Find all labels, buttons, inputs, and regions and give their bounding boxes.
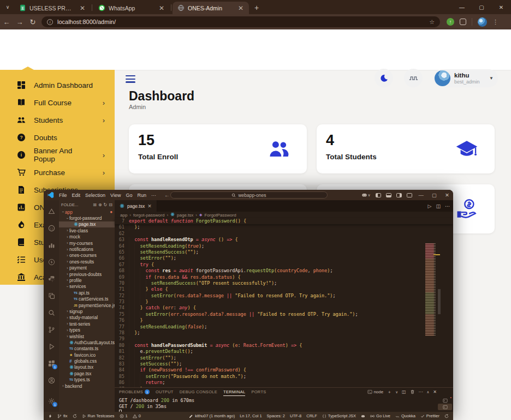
toggle-panel-icon[interactable] bbox=[386, 193, 391, 197]
tree-item-test-series[interactable]: ›test-series bbox=[59, 321, 115, 327]
breadcrumb[interactable]: app›forgot-password›page.tsx›◈ForgotPass… bbox=[115, 212, 453, 218]
vscode-minimize-button[interactable]: — bbox=[417, 192, 426, 198]
back-button[interactable]: ← bbox=[0, 18, 13, 26]
tree-item-previous-doubts[interactable]: ›previous-doubts bbox=[59, 271, 115, 277]
editor-tab-page-tsx[interactable]: page.tsx ✕ bbox=[115, 200, 157, 212]
status-item-crlf[interactable]: CRLF bbox=[306, 413, 317, 418]
menu-toggle-icon[interactable] bbox=[126, 75, 135, 85]
activity-toggle[interactable] bbox=[404, 69, 423, 87]
toggle-secondary-sidebar-icon[interactable] bbox=[396, 193, 402, 197]
tree-item-forgot-password[interactable]: ›forgot-password bbox=[59, 215, 115, 221]
tree-item-paymentService.js[interactable]: JSpaymentService.js bbox=[59, 302, 115, 308]
tree-item-payment[interactable]: ›payment bbox=[59, 265, 115, 271]
tree-item-page.tsx[interactable]: page.tsx bbox=[59, 221, 115, 227]
close-button[interactable]: ✕ bbox=[491, 0, 511, 14]
new-folder-icon[interactable]: ⊕ bbox=[98, 202, 102, 207]
tree-item-types.ts[interactable]: TStypes.ts bbox=[59, 377, 115, 383]
code-area[interactable]: 7export default function ForgotPassword(… bbox=[115, 218, 453, 387]
activity-json-icon[interactable]: { } bbox=[44, 221, 59, 235]
run-file-icon[interactable]: ▷ bbox=[428, 203, 432, 209]
tree-item-page.tsx[interactable]: page.tsx bbox=[59, 370, 115, 376]
breadcrumb-item[interactable]: ForgotPassword bbox=[204, 213, 236, 218]
menu-file[interactable]: File bbox=[59, 193, 67, 198]
status-item-spaces-2[interactable]: Spaces: 2 bbox=[267, 413, 285, 418]
status-item-quokka[interactable]: Quokka bbox=[395, 413, 415, 418]
activity-py-icon[interactable] bbox=[44, 272, 59, 285]
minimap[interactable] bbox=[425, 243, 437, 336]
tree-item-backend[interactable]: ›backend bbox=[59, 383, 115, 389]
toggle-sidebar-icon[interactable] bbox=[376, 193, 381, 197]
customize-layout-icon[interactable] bbox=[407, 193, 412, 197]
menu-view[interactable]: View bbox=[110, 193, 121, 198]
status-item[interactable] bbox=[48, 413, 52, 418]
sidebar-item-banner-and-popup[interactable]: iBanner And Popup› bbox=[0, 146, 115, 164]
tree-item-globals.css[interactable]: #globals.css bbox=[59, 358, 115, 364]
address-bar[interactable]: i localhost:8000/admin/ ☆ bbox=[41, 16, 440, 27]
status-item-run-testcases[interactable]: Run Testcases bbox=[82, 413, 115, 418]
panel-more-icon[interactable]: ⋯ bbox=[419, 389, 423, 394]
breadcrumb-item[interactable]: page.tsx bbox=[177, 213, 193, 218]
reload-button[interactable]: ↻ bbox=[26, 18, 39, 26]
breadcrumb-item[interactable]: app bbox=[120, 213, 127, 218]
split-editor-icon[interactable]: ◫ bbox=[436, 203, 441, 209]
bookmark-star-icon[interactable]: ☆ bbox=[429, 19, 435, 26]
activity-copy-icon[interactable] bbox=[44, 289, 59, 302]
activity-zapcirc-icon[interactable] bbox=[44, 255, 59, 268]
status-item-0[interactable]: 0 bbox=[133, 413, 141, 418]
panel-tab-terminal[interactable]: TERMINAL bbox=[223, 388, 245, 396]
status-item-ln-17-col-1[interactable]: Ln 17, Col 1 bbox=[240, 413, 262, 418]
tab-close-icon[interactable]: ✕ bbox=[158, 4, 165, 12]
dark-mode-toggle[interactable] bbox=[375, 69, 393, 87]
menu-edit[interactable]: Edit bbox=[72, 193, 81, 198]
tree-item-ones-courses[interactable]: ›ones-courses bbox=[59, 253, 115, 259]
extension-badge-icon[interactable]: ↑ bbox=[447, 18, 454, 26]
status-item[interactable] bbox=[361, 413, 365, 418]
tree-item-profile[interactable]: ›profile bbox=[59, 277, 115, 283]
tree-item-AuthGuardLayout.tsx[interactable]: AuthGuardLayout.tsx bbox=[59, 339, 115, 345]
terminal-profile[interactable]: node bbox=[367, 389, 383, 394]
terminal-session-item[interactable] bbox=[438, 404, 452, 410]
activity-extensions-icon[interactable]: 1 bbox=[44, 357, 59, 370]
tree-item-mock[interactable]: ›mock bbox=[59, 234, 115, 240]
status-item[interactable] bbox=[444, 413, 449, 418]
panel-tab-output[interactable]: OUTPUT bbox=[156, 388, 174, 396]
new-terminal-icon[interactable]: ＋ bbox=[387, 389, 391, 395]
extensions-icon[interactable] bbox=[460, 19, 466, 25]
kill-terminal-icon[interactable] bbox=[410, 389, 415, 394]
menu-go[interactable]: Go bbox=[126, 193, 132, 198]
tree-item-layout.tsx[interactable]: layout.tsx bbox=[59, 364, 115, 370]
panel-tab-debug-console[interactable]: DEBUG CONSOLE bbox=[180, 388, 217, 396]
tree-item-my-courses[interactable]: ›my-courses bbox=[59, 240, 115, 246]
tree-item-api.ts[interactable]: TSapi.ts bbox=[59, 290, 115, 296]
maximize-button[interactable]: ▢ bbox=[472, 0, 491, 14]
tab-close-icon[interactable]: ✕ bbox=[79, 4, 86, 12]
activity-bars-icon[interactable] bbox=[44, 238, 59, 251]
tree-item-study-material[interactable]: ›study-material bbox=[59, 315, 115, 321]
command-search-box[interactable]: webapp-ones bbox=[170, 191, 328, 199]
activity-search-icon[interactable] bbox=[44, 306, 59, 319]
activity-settings-icon[interactable]: 1 bbox=[44, 394, 59, 407]
tree-item-services[interactable]: ›services bbox=[59, 284, 115, 290]
breadcrumb-item[interactable]: forgot-password bbox=[133, 213, 164, 218]
new-file-icon[interactable]: ⊞ bbox=[93, 202, 97, 207]
scrollbar-slider[interactable] bbox=[438, 289, 441, 314]
sidebar-item-purchase[interactable]: Purchase› bbox=[0, 164, 115, 181]
activity-play-icon[interactable] bbox=[44, 340, 59, 353]
tab-close-icon[interactable]: ✕ bbox=[237, 4, 245, 12]
status-item-1[interactable]: 1 bbox=[120, 413, 128, 418]
activity-vercel-icon[interactable] bbox=[44, 205, 59, 218]
activity-branch-icon[interactable] bbox=[44, 323, 59, 336]
browser-profile-avatar[interactable] bbox=[478, 17, 487, 27]
tree-item-constants.ts[interactable]: TSconstants.ts bbox=[59, 346, 115, 352]
browser-tab-3[interactable]: ONES-Admin✕ bbox=[173, 2, 249, 14]
activity-account-icon[interactable] bbox=[44, 374, 59, 387]
menu-[interactable]: ··· bbox=[151, 193, 156, 198]
tree-item-types[interactable]: ›types bbox=[59, 327, 115, 333]
tree-item-wishlist[interactable]: ›wishlist bbox=[59, 333, 115, 339]
collapse-folders-icon[interactable]: ⊟ bbox=[109, 202, 112, 207]
browser-menu-icon[interactable]: ⋮ bbox=[492, 19, 498, 26]
tree-item-signup[interactable]: ›signup bbox=[59, 308, 115, 314]
sidebar-item-students[interactable]: Students› bbox=[0, 111, 115, 129]
status-item-utf-8[interactable]: UTF-8 bbox=[290, 413, 301, 418]
sidebar-item-doubts[interactable]: ?Doubts bbox=[0, 129, 115, 146]
